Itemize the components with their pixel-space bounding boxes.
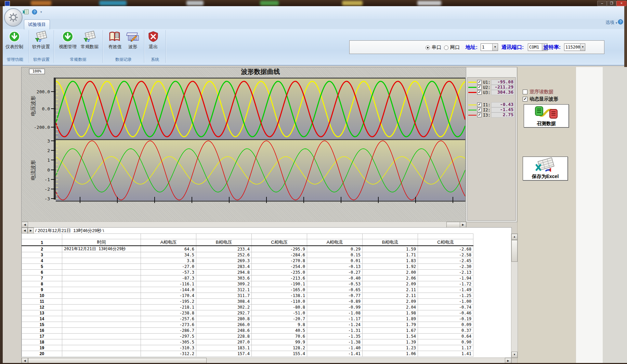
table-cell[interactable]: 252.6 bbox=[196, 252, 252, 258]
table-cell[interactable]: -273.6 bbox=[141, 322, 196, 328]
table-cell[interactable]: -0.46 bbox=[418, 310, 473, 316]
close-button[interactable]: × bbox=[616, 1, 627, 6]
table-cell[interactable] bbox=[62, 322, 141, 328]
table-cell[interactable]: -1.49 bbox=[418, 287, 473, 293]
table-cell[interactable]: -195.2 bbox=[141, 299, 196, 305]
table-cell[interactable]: 0.15 bbox=[307, 252, 363, 258]
table-cell[interactable]: 1.71 bbox=[363, 252, 418, 258]
legend-checkbox[interactable]: ✓ bbox=[477, 113, 482, 117]
legend-checkbox[interactable]: ✓ bbox=[477, 103, 482, 107]
table-cell[interactable]: -295.9 bbox=[252, 246, 307, 252]
table-cell[interactable]: -0.40 bbox=[307, 275, 363, 281]
address-combo[interactable]: 1 ▼ bbox=[481, 43, 498, 51]
table-cell[interactable] bbox=[62, 334, 141, 339]
table-cell[interactable]: 2 bbox=[22, 246, 62, 252]
table-cell[interactable] bbox=[62, 270, 141, 275]
table-row[interactable]: 16-286.7248.640.5-1.311.670.37 bbox=[22, 328, 473, 334]
table-cell[interactable]: -80.8 bbox=[252, 305, 307, 310]
table-cell[interactable]: -170.4 bbox=[141, 293, 196, 299]
table-cell[interactable]: 7 bbox=[22, 275, 62, 281]
table-cell[interactable]: -312.2 bbox=[141, 351, 196, 357]
header-cell[interactable]: 1 bbox=[22, 239, 62, 246]
radio-serial[interactable]: 串口 bbox=[426, 44, 441, 51]
table-cell[interactable]: 2.11 bbox=[363, 293, 418, 299]
table-cell[interactable] bbox=[62, 275, 141, 281]
table-cell[interactable]: -0.13 bbox=[307, 264, 363, 270]
header-cell[interactable]: A相电流 bbox=[307, 239, 363, 246]
table-cell[interactable] bbox=[62, 287, 141, 293]
table-cell[interactable]: -57.3 bbox=[141, 270, 196, 275]
table-cell[interactable]: 3 bbox=[22, 252, 62, 258]
table-row[interactable]: 19-310.3183.1128.2-1.401.231.17 bbox=[22, 345, 473, 351]
table-cell[interactable]: -1.40 bbox=[307, 345, 363, 351]
table-cell[interactable]: 266.0 bbox=[196, 322, 252, 328]
table-cell[interactable] bbox=[62, 264, 141, 270]
table-cell[interactable]: 2.11 bbox=[363, 287, 418, 293]
table-cell[interactable]: -20.7 bbox=[252, 316, 307, 322]
table-cell[interactable]: 0.09 bbox=[418, 322, 473, 328]
help-icon[interactable]: ? bbox=[32, 9, 37, 15]
tab-shiyanxiangmu[interactable]: 试验项目 bbox=[24, 19, 50, 29]
table-cell[interactable]: 16 bbox=[22, 328, 62, 334]
checkbox-box[interactable] bbox=[523, 90, 527, 94]
tab-scroll-left-icon[interactable]: ◀ bbox=[22, 228, 28, 234]
table-row[interactable]: 15-273.6266.09.8-1.241.790.09 bbox=[22, 322, 473, 328]
table-cell[interactable] bbox=[62, 305, 141, 310]
table-cell[interactable]: 70.6 bbox=[252, 334, 307, 339]
table-row[interactable]: 12-218.1302.2-80.8-0.992.04-0.74 bbox=[22, 305, 473, 310]
table-cell[interactable]: 2.06 bbox=[363, 275, 418, 281]
table-cell[interactable]: -0.99 bbox=[307, 305, 363, 310]
ribbon-button-software-settings[interactable]: 软件设置 bbox=[30, 30, 52, 55]
table-cell[interactable]: -0.65 bbox=[307, 287, 363, 293]
table-cell[interactable]: 17 bbox=[22, 334, 62, 339]
table-cell[interactable]: 1.92 bbox=[363, 264, 418, 270]
table-cell[interactable]: -190.1 bbox=[252, 281, 307, 287]
table-cell[interactable]: 18 bbox=[22, 339, 62, 345]
table-cell[interactable]: 1.54 bbox=[363, 334, 418, 339]
table-cell[interactable]: 3.8 bbox=[141, 258, 196, 264]
header-cell[interactable]: B相电流 bbox=[363, 239, 418, 246]
table-cell[interactable]: -286.7 bbox=[141, 328, 196, 334]
table-cell[interactable] bbox=[62, 339, 141, 345]
table-cell[interactable]: 155.4 bbox=[252, 351, 307, 357]
table-cell[interactable]: -165.0 bbox=[252, 287, 307, 293]
table-cell[interactable]: 312.1 bbox=[196, 287, 252, 293]
table-cell[interactable]: -310.3 bbox=[141, 345, 196, 351]
table-cell[interactable]: 302.2 bbox=[196, 305, 252, 310]
table-cell[interactable]: 8 bbox=[22, 281, 62, 287]
table-cell[interactable] bbox=[62, 252, 141, 258]
table-cell[interactable]: 9 bbox=[22, 287, 62, 293]
save-excel-button[interactable]: 保存为Excel bbox=[523, 157, 568, 180]
table-cell[interactable]: 1.06 bbox=[363, 351, 418, 357]
ribbon-button-instrument-control[interactable]: 仪表控制 bbox=[4, 30, 25, 55]
radio-network[interactable]: 网口 bbox=[444, 44, 460, 51]
table-cell[interactable]: -2.58 bbox=[418, 252, 473, 258]
table-cell[interactable]: -116.1 bbox=[141, 281, 196, 287]
application-menu-button[interactable] bbox=[4, 8, 23, 27]
table-row[interactable]: 18-305.5207.099.9-1.381.390.90 bbox=[22, 339, 473, 345]
options-menu[interactable]: 选项 ▾ bbox=[605, 19, 617, 26]
chevron-down-icon[interactable]: ▼ bbox=[580, 44, 585, 51]
maximize-button[interactable]: ❐ bbox=[607, 1, 616, 6]
table-cell[interactable]: 248.6 bbox=[196, 328, 252, 334]
table-cell[interactable]: 99.9 bbox=[252, 339, 307, 345]
table-cell[interactable]: 308.4 bbox=[196, 299, 252, 305]
table-cell[interactable]: 303.6 bbox=[196, 275, 252, 281]
table-cell[interactable]: 40.5 bbox=[252, 328, 307, 334]
reverse-read-checkbox[interactable]: 逆序读数据 bbox=[523, 89, 553, 95]
header-cell[interactable]: B相电压 bbox=[196, 239, 252, 246]
table-cell[interactable] bbox=[62, 328, 141, 334]
excel-icon[interactable] bbox=[23, 9, 29, 15]
table-cell[interactable]: 2.09 bbox=[363, 281, 418, 287]
table-cell[interactable]: -27.0 bbox=[141, 264, 196, 270]
table-header-row[interactable]: 1时间A相电压B相电压C相电压A相电流B相电流C相电流 bbox=[22, 239, 473, 246]
header-cell[interactable]: C相电压 bbox=[252, 239, 307, 246]
dynamic-wave-checkbox[interactable]: ✓ 动态显示波形 bbox=[523, 96, 558, 102]
table-row[interactable]: 17-297.5228.870.6-1.351.540.64 bbox=[22, 334, 473, 339]
table-cell[interactable]: -1.41 bbox=[307, 351, 363, 357]
table-cell[interactable]: -1.94 bbox=[418, 275, 473, 281]
table-cell[interactable]: 2021年12月21日 13时46分29秒 bbox=[62, 246, 141, 252]
table-row[interactable]: 10-170.4311.7-138.1-0.772.11-1.25 bbox=[22, 293, 473, 299]
chevron-down-icon[interactable]: ▼ bbox=[492, 44, 498, 51]
table-cell[interactable]: -0.74 bbox=[418, 305, 473, 310]
